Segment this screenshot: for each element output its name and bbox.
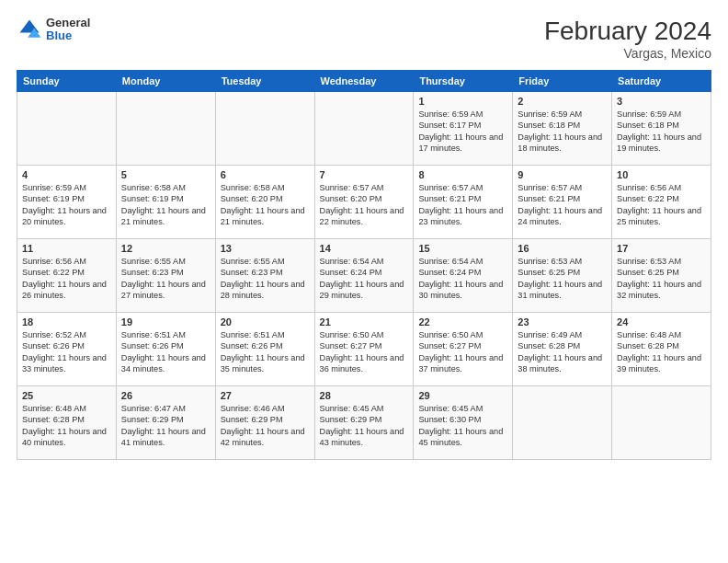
calendar-cell: 13Sunrise: 6:55 AM Sunset: 6:23 PM Dayli… [215,239,314,313]
day-number: 20 [221,316,310,327]
day-header-wednesday: Wednesday [314,71,414,92]
calendar-cell [17,92,117,166]
calendar-table: SundayMondayTuesdayWednesdayThursdayFrid… [17,70,711,460]
day-info: Sunrise: 6:59 AM Sunset: 6:18 PM Dayligh… [518,109,607,155]
day-number: 10 [617,169,706,180]
calendar-cell: 5Sunrise: 6:58 AM Sunset: 6:19 PM Daylig… [116,166,215,239]
calendar-cell [513,386,612,460]
calendar-cell: 8Sunrise: 6:57 AM Sunset: 6:21 PM Daylig… [414,166,513,239]
day-info: Sunrise: 6:57 AM Sunset: 6:21 PM Dayligh… [518,182,607,228]
day-number: 12 [121,243,210,254]
logo-icon [17,17,42,42]
day-info: Sunrise: 6:49 AM Sunset: 6:28 PM Dayligh… [518,329,607,375]
day-info: Sunrise: 6:48 AM Sunset: 6:28 PM Dayligh… [22,403,111,449]
day-info: Sunrise: 6:53 AM Sunset: 6:25 PM Dayligh… [617,256,706,302]
day-number: 3 [617,96,706,107]
page: General Blue February 2024 Vargas, Mexic… [0,0,728,563]
day-info: Sunrise: 6:55 AM Sunset: 6:23 PM Dayligh… [221,256,310,302]
day-info: Sunrise: 6:51 AM Sunset: 6:26 PM Dayligh… [121,329,210,375]
calendar-cell [612,386,711,460]
day-number: 17 [617,243,706,254]
day-info: Sunrise: 6:56 AM Sunset: 6:22 PM Dayligh… [617,182,706,228]
day-info: Sunrise: 6:55 AM Sunset: 6:23 PM Dayligh… [121,256,210,302]
day-number: 13 [221,243,310,254]
day-info: Sunrise: 6:54 AM Sunset: 6:24 PM Dayligh… [418,256,507,302]
calendar-week-5: 25Sunrise: 6:48 AM Sunset: 6:28 PM Dayli… [17,386,711,460]
calendar-week-2: 4Sunrise: 6:59 AM Sunset: 6:19 PM Daylig… [17,166,711,239]
day-number: 27 [221,390,310,401]
day-info: Sunrise: 6:53 AM Sunset: 6:25 PM Dayligh… [518,256,607,302]
calendar-cell: 17Sunrise: 6:53 AM Sunset: 6:25 PM Dayli… [612,239,711,313]
day-info: Sunrise: 6:47 AM Sunset: 6:29 PM Dayligh… [121,403,210,449]
calendar-cell: 25Sunrise: 6:48 AM Sunset: 6:28 PM Dayli… [17,386,117,460]
calendar-cell: 21Sunrise: 6:50 AM Sunset: 6:27 PM Dayli… [314,313,414,386]
day-info: Sunrise: 6:57 AM Sunset: 6:20 PM Dayligh… [320,182,409,228]
day-number: 15 [418,243,507,254]
logo-general-text: General [46,17,90,29]
title-block: February 2024 Vargas, Mexico [544,17,711,61]
day-info: Sunrise: 6:45 AM Sunset: 6:29 PM Dayligh… [320,403,409,449]
day-header-sunday: Sunday [17,71,117,92]
day-number: 16 [518,243,607,254]
calendar-cell: 12Sunrise: 6:55 AM Sunset: 6:23 PM Dayli… [116,239,215,313]
logo-blue-text: Blue [46,29,90,42]
day-info: Sunrise: 6:51 AM Sunset: 6:26 PM Dayligh… [221,329,310,375]
day-info: Sunrise: 6:57 AM Sunset: 6:21 PM Dayligh… [418,182,507,228]
calendar-cell: 26Sunrise: 6:47 AM Sunset: 6:29 PM Dayli… [116,386,215,460]
day-info: Sunrise: 6:56 AM Sunset: 6:22 PM Dayligh… [22,256,111,302]
day-info: Sunrise: 6:59 AM Sunset: 6:19 PM Dayligh… [22,182,111,228]
calendar-cell: 1Sunrise: 6:59 AM Sunset: 6:17 PM Daylig… [414,92,513,166]
calendar-week-1: 1Sunrise: 6:59 AM Sunset: 6:17 PM Daylig… [17,92,711,166]
calendar-cell: 9Sunrise: 6:57 AM Sunset: 6:21 PM Daylig… [513,166,612,239]
day-header-saturday: Saturday [612,71,711,92]
day-info: Sunrise: 6:58 AM Sunset: 6:20 PM Dayligh… [221,182,310,228]
calendar-cell [215,92,314,166]
day-header-tuesday: Tuesday [215,71,314,92]
day-number: 9 [518,169,607,180]
day-number: 6 [221,169,310,180]
day-number: 23 [518,316,607,327]
calendar-title: February 2024 [544,17,711,46]
calendar-cell: 18Sunrise: 6:52 AM Sunset: 6:26 PM Dayli… [17,313,117,386]
day-header-monday: Monday [116,71,215,92]
logo-text: General Blue [46,17,90,43]
day-number: 8 [418,169,507,180]
calendar-week-4: 18Sunrise: 6:52 AM Sunset: 6:26 PM Dayli… [17,313,711,386]
day-number: 19 [121,316,210,327]
day-number: 1 [418,96,507,107]
calendar-cell: 2Sunrise: 6:59 AM Sunset: 6:18 PM Daylig… [513,92,612,166]
calendar-cell: 10Sunrise: 6:56 AM Sunset: 6:22 PM Dayli… [612,166,711,239]
calendar-cell: 29Sunrise: 6:45 AM Sunset: 6:30 PM Dayli… [414,386,513,460]
calendar-cell [116,92,215,166]
day-info: Sunrise: 6:59 AM Sunset: 6:17 PM Dayligh… [418,109,507,155]
day-number: 22 [418,316,507,327]
calendar-cell: 20Sunrise: 6:51 AM Sunset: 6:26 PM Dayli… [215,313,314,386]
day-header-thursday: Thursday [414,71,513,92]
calendar-cell: 6Sunrise: 6:58 AM Sunset: 6:20 PM Daylig… [215,166,314,239]
calendar-cell: 16Sunrise: 6:53 AM Sunset: 6:25 PM Dayli… [513,239,612,313]
calendar-cell: 27Sunrise: 6:46 AM Sunset: 6:29 PM Dayli… [215,386,314,460]
calendar-cell: 7Sunrise: 6:57 AM Sunset: 6:20 PM Daylig… [314,166,414,239]
day-number: 2 [518,96,607,107]
calendar-cell: 23Sunrise: 6:49 AM Sunset: 6:28 PM Dayli… [513,313,612,386]
calendar-cell: 3Sunrise: 6:59 AM Sunset: 6:18 PM Daylig… [612,92,711,166]
calendar-cell: 22Sunrise: 6:50 AM Sunset: 6:27 PM Dayli… [414,313,513,386]
day-number: 18 [22,316,111,327]
day-number: 7 [320,169,409,180]
day-number: 26 [121,390,210,401]
calendar-week-3: 11Sunrise: 6:56 AM Sunset: 6:22 PM Dayli… [17,239,711,313]
header: General Blue February 2024 Vargas, Mexic… [17,17,711,61]
day-info: Sunrise: 6:50 AM Sunset: 6:27 PM Dayligh… [320,329,409,375]
calendar-cell: 15Sunrise: 6:54 AM Sunset: 6:24 PM Dayli… [414,239,513,313]
day-info: Sunrise: 6:54 AM Sunset: 6:24 PM Dayligh… [320,256,409,302]
calendar-cell: 19Sunrise: 6:51 AM Sunset: 6:26 PM Dayli… [116,313,215,386]
day-number: 21 [320,316,409,327]
day-info: Sunrise: 6:48 AM Sunset: 6:28 PM Dayligh… [617,329,706,375]
day-info: Sunrise: 6:46 AM Sunset: 6:29 PM Dayligh… [221,403,310,449]
day-info: Sunrise: 6:52 AM Sunset: 6:26 PM Dayligh… [22,329,111,375]
logo: General Blue [17,17,90,43]
day-number: 28 [320,390,409,401]
calendar-cell [314,92,414,166]
day-info: Sunrise: 6:58 AM Sunset: 6:19 PM Dayligh… [121,182,210,228]
calendar-cell: 11Sunrise: 6:56 AM Sunset: 6:22 PM Dayli… [17,239,117,313]
